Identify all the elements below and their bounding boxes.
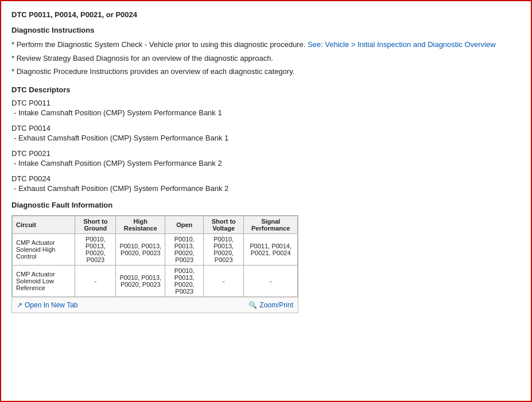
- dtc-descriptors-title: DTC Descriptors: [11, 85, 521, 94]
- col-signal-performance: Signal Performance: [244, 216, 298, 233]
- open-tab-icon: ↗: [17, 301, 22, 309]
- dtc-desc-p0024: - Exhaust Camshaft Position (CMP) System…: [11, 184, 521, 193]
- cell-open-1: P0010, P0013, P0020, P0023: [165, 233, 204, 265]
- cell-open-2: P0010, P0013, P0020, P0023: [165, 265, 204, 296]
- table-header-row: Circuit Short to Ground High Resistance …: [13, 216, 298, 233]
- dtc-code-p0021: DTC P0021: [11, 149, 521, 158]
- cell-hr-2: P0010, P0013, P0020, P0023: [116, 265, 165, 296]
- zoom-print-label: Zoom/Print: [259, 301, 293, 309]
- fault-table-wrapper: Circuit Short to Ground High Resistance …: [11, 215, 298, 313]
- instruction-text-before-link: * Perform the Diagnostic System Check - …: [11, 40, 308, 49]
- initial-inspection-link[interactable]: See: Vehicle > Initial Inspection and Di…: [308, 40, 496, 49]
- diagnostic-instructions-title: Diagnostic Instructions: [11, 26, 521, 34]
- col-circuit: Circuit: [13, 216, 75, 233]
- dtc-desc-p0011: - Intake Camshaft Position (CMP) System …: [11, 108, 521, 117]
- instructions-block: Diagnostic Instructions * Perform the Di…: [11, 26, 521, 77]
- dtc-code-p0011: DTC P0011: [11, 99, 521, 107]
- cell-sv-1: P0010, P0013, P0020, P0023: [204, 233, 244, 265]
- dtc-desc-p0021: - Intake Camshaft Position (CMP) System …: [11, 159, 521, 167]
- open-new-tab-link[interactable]: ↗ Open In New Tab: [17, 301, 78, 309]
- dtc-entry-p0014: DTC P0014 - Exhaust Camshaft Position (C…: [11, 124, 521, 142]
- dtc-code-p0024: DTC P0024: [11, 174, 521, 183]
- table-row: CMP Actuator Solenoid High Control P0010…: [13, 233, 298, 265]
- cell-circuit-1: CMP Actuator Solenoid High Control: [13, 233, 75, 265]
- cell-sp-2: -: [244, 265, 298, 296]
- col-high-resistance: High Resistance: [116, 216, 165, 233]
- instruction-line-3: * Diagnostic Procedure Instructions prov…: [11, 66, 521, 77]
- dtc-entry-p0011: DTC P0011 - Intake Camshaft Position (CM…: [11, 99, 521, 117]
- cell-hr-1: P0010, P0013, P0020, P0023: [116, 233, 165, 265]
- page-wrapper: DTC P0011, P0014, P0021, or P0024 Diagno…: [0, 0, 532, 402]
- cell-sv-2: -: [204, 265, 244, 296]
- col-short-ground: Short to Ground: [75, 216, 116, 233]
- cell-sp-1: P0011, P0014, P0021, P0024: [244, 233, 298, 265]
- main-title: DTC P0011, P0014, P0021, or P0024: [11, 10, 521, 19]
- instruction-line-2: * Review Strategy Based Diagnosis for an…: [11, 53, 521, 64]
- cell-sg-1: P0010, P0013, P0020, P0023: [75, 233, 116, 265]
- dtc-entry-p0021: DTC P0021 - Intake Camshaft Position (CM…: [11, 149, 521, 167]
- dtc-code-p0014: DTC P0014: [11, 124, 521, 132]
- fault-table: Circuit Short to Ground High Resistance …: [12, 216, 298, 297]
- cell-circuit-2: CMP Actuator Solenoid Low Reference: [13, 265, 75, 296]
- fault-info-section: Diagnostic Fault Information Circuit Sho…: [11, 201, 521, 313]
- zoom-print-link[interactable]: 🔍 Zoom/Print: [248, 301, 293, 309]
- fault-info-title: Diagnostic Fault Information: [11, 201, 521, 209]
- cell-sg-2: -: [75, 265, 116, 296]
- dtc-entry-p0024: DTC P0024 - Exhaust Camshaft Position (C…: [11, 174, 521, 193]
- table-row: CMP Actuator Solenoid Low Reference - P0…: [13, 265, 298, 296]
- dtc-descriptors-section: DTC Descriptors DTC P0011 - Intake Camsh…: [11, 85, 521, 193]
- zoom-icon: 🔍: [248, 301, 257, 309]
- instruction-line-1: * Perform the Diagnostic System Check - …: [11, 39, 521, 50]
- open-new-tab-label: Open In New Tab: [25, 301, 78, 309]
- col-short-voltage: Short to Voltage: [204, 216, 244, 233]
- col-open: Open: [165, 216, 204, 233]
- table-footer: ↗ Open In New Tab 🔍 Zoom/Print: [12, 297, 298, 313]
- dtc-desc-p0014: - Exhaust Camshaft Position (CMP) System…: [11, 134, 521, 142]
